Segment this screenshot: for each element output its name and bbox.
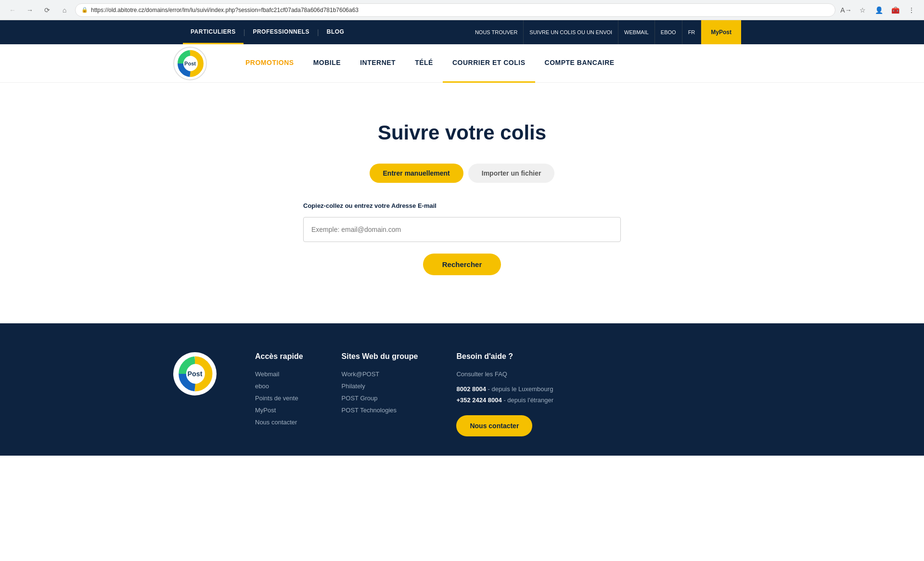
main-header: Post PROMOTIONS MOBILE INTERNET TÉLÉ COU… [0, 44, 924, 83]
forward-button[interactable]: → [23, 3, 37, 17]
tab-manual[interactable]: Entrer manuellement [370, 164, 463, 183]
footer-col-acces-rapide: Accès rapide Webmail eboo Points de vent… [255, 352, 303, 436]
footer-cols: Accès rapide Webmail eboo Points de vent… [255, 352, 751, 436]
footer-logo-circle: Post [173, 352, 217, 395]
email-input[interactable] [303, 217, 621, 242]
footer-link-eboo[interactable]: eboo [255, 382, 303, 390]
translate-button[interactable]: A→ [839, 3, 853, 17]
svg-text:Post: Post [188, 370, 203, 378]
footer-phone1: 8002 8004 - depuis le Luxembourg [456, 385, 553, 393]
footer-link-philately[interactable]: Philately [342, 382, 418, 390]
main-content: Suivre votre colis Entrer manuellement I… [0, 83, 924, 323]
nav-particuliers[interactable]: PARTICULIERS [183, 20, 244, 44]
footer-link-points-vente[interactable]: Points de vente [255, 395, 303, 402]
footer: Post Accès rapide Webmail eboo Points de… [0, 323, 924, 456]
form-section: Copiez-collez ou entrez votre Adresse E-… [303, 202, 621, 275]
nav-suivre-colis[interactable]: SUIVRE UN COLIS OU UN ENVOI [524, 20, 618, 44]
nav-compte-bancaire[interactable]: COMPTE BANCAIRE [535, 44, 624, 83]
extensions-button[interactable]: 🧰 [888, 3, 902, 17]
nav-internet[interactable]: INTERNET [350, 44, 405, 83]
footer-link-post-technologies[interactable]: POST Technologies [342, 407, 418, 414]
top-nav-left: PARTICULIERS | PROFESSIONNELS | BLOG [183, 20, 352, 44]
nav-courrier-colis[interactable]: COURRIER ET COLIS [443, 44, 535, 83]
home-button[interactable]: ⌂ [58, 3, 71, 17]
nav-webmail[interactable]: WEBMAIL [618, 20, 655, 44]
nav-blog[interactable]: BLOG [319, 20, 352, 44]
footer-link-workpost[interactable]: Work@POST [342, 370, 418, 378]
bookmark-button[interactable]: ☆ [856, 3, 869, 17]
logo-circle: Post [173, 47, 207, 80]
footer-phone1-number: 8002 8004 [456, 385, 486, 393]
mypost-button[interactable]: MyPost [701, 20, 741, 44]
address-bar[interactable]: 🔒 https://old.abitotre.cz/domains/error/… [75, 3, 835, 17]
footer-link-webmail[interactable]: Webmail [255, 370, 303, 378]
footer-logo-area: Post [173, 352, 217, 395]
nav-mobile[interactable]: MOBILE [304, 44, 350, 83]
nav-nous-trouver[interactable]: NOUS TROUVER [469, 20, 524, 44]
footer-logo-svg: Post [176, 355, 214, 393]
footer-faq-link[interactable]: Consulter les FAQ [456, 370, 553, 378]
main-nav: PROMOTIONS MOBILE INTERNET TÉLÉ COURRIER… [236, 44, 624, 83]
footer-phone1-suffix: - depuis le Luxembourg [486, 385, 553, 393]
footer-link-nous-contacter[interactable]: Nous contacter [255, 419, 303, 426]
footer-phone2-suffix: - depuis l'étranger [502, 396, 553, 404]
svg-text:Post: Post [184, 61, 196, 66]
nav-promotions[interactable]: PROMOTIONS [236, 44, 304, 83]
top-nav-right: NOUS TROUVER SUIVRE UN COLIS OU UN ENVOI… [469, 20, 741, 44]
nav-professionnels[interactable]: PROFESSIONNELS [245, 20, 317, 44]
url-text: https://old.abitotre.cz/domains/error/lm… [91, 7, 359, 13]
nav-tele[interactable]: TÉLÉ [405, 44, 443, 83]
footer-sites-web-title: Sites Web du groupe [342, 352, 418, 361]
search-button[interactable]: Rechercher [423, 254, 501, 275]
tab-import[interactable]: Importer un fichier [468, 164, 555, 183]
back-button[interactable]: ← [6, 3, 19, 17]
footer-besoin-aide-title: Besoin d'aide ? [456, 352, 553, 361]
footer-col-sites-web: Sites Web du groupe Work@POST Philately … [342, 352, 418, 436]
footer-phone2: +352 2424 8004 - depuis l'étranger [456, 396, 553, 404]
footer-phone2-number: +352 2424 8004 [456, 396, 501, 404]
footer-link-post-group[interactable]: POST Group [342, 395, 418, 402]
footer-link-mypost[interactable]: MyPost [255, 407, 303, 414]
footer-contact-button[interactable]: Nous contacter [456, 415, 532, 436]
browser-actions: A→ ☆ 👤 🧰 ⋮ [839, 3, 918, 17]
tab-group: Entrer manuellement Importer un fichier [370, 164, 555, 183]
nav-eboo[interactable]: EBOO [655, 20, 682, 44]
nav-fr[interactable]: FR [682, 20, 702, 44]
top-navigation: PARTICULIERS | PROFESSIONNELS | BLOG NOU… [0, 20, 924, 44]
page-title: Suivre votre colis [378, 121, 546, 144]
footer-acces-rapide-title: Accès rapide [255, 352, 303, 361]
footer-acces-rapide-list: Webmail eboo Points de vente MyPost Nous… [255, 370, 303, 426]
reload-button[interactable]: ⟳ [40, 3, 54, 17]
settings-button[interactable]: ⋮ [905, 3, 918, 17]
footer-sites-web-list: Work@POST Philately POST Group POST Tech… [342, 370, 418, 414]
footer-col-besoin-aide: Besoin d'aide ? Consulter les FAQ 8002 8… [456, 352, 553, 436]
logo-area[interactable]: Post [173, 47, 207, 80]
lock-icon: 🔒 [81, 7, 88, 13]
profile-button[interactable]: 👤 [872, 3, 886, 17]
form-label: Copiez-collez ou entrez votre Adresse E-… [303, 202, 621, 209]
post-logo-svg: Post [176, 49, 205, 78]
browser-chrome: ← → ⟳ ⌂ 🔒 https://old.abitotre.cz/domain… [0, 0, 924, 20]
